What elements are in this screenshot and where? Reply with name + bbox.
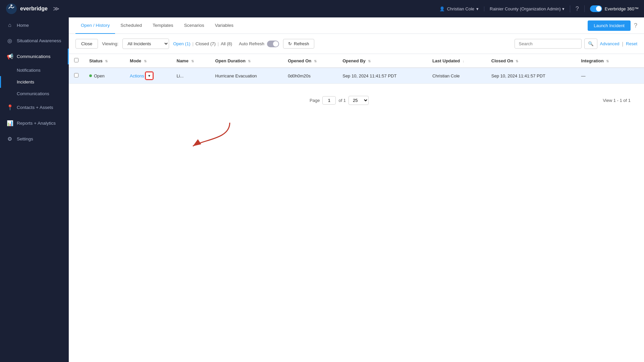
table-header-row: Status ⇅ Mode ⇅ Name ⇅ Open Duration ⇅: [69, 54, 644, 68]
refresh-icon: ↻: [288, 41, 292, 46]
status-badge: Open: [89, 73, 119, 78]
row-integration-cell: [629, 68, 644, 84]
tab-open-history[interactable]: Open / History: [75, 17, 115, 34]
tab-scenarios[interactable]: Scenarios: [179, 17, 210, 34]
sidebar-sub-notifications[interactable]: Notifications: [0, 64, 69, 76]
refresh-button[interactable]: ↻ Refresh: [283, 39, 314, 49]
help-button[interactable]: ?: [570, 5, 579, 12]
open-duration-sort-icon[interactable]: ⇅: [248, 59, 251, 63]
communications-sub-label: Communications: [17, 91, 49, 96]
logo-icon: [5, 3, 17, 15]
row-actions-cell: Actions ▾: [124, 68, 171, 84]
sidebar-item-settings[interactable]: ⚙ Settings: [0, 131, 69, 147]
everbridge-360-toggle[interactable]: [590, 5, 602, 12]
header-integration: Integration ⇅: [576, 54, 629, 68]
integration-sort-icon[interactable]: ⇅: [606, 59, 609, 63]
header-opened-on-label: Opened On: [288, 58, 311, 63]
auto-refresh-section: Auto Refresh: [239, 41, 279, 47]
search-input[interactable]: [515, 39, 582, 49]
header-opened-on: Opened On ⇅: [282, 54, 337, 68]
sidebar-collapse-button[interactable]: ≫: [53, 5, 59, 12]
sidebar-item-contacts-assets[interactable]: 📍 Contacts + Assets: [0, 100, 69, 115]
sidebar-sub-incidents[interactable]: Incidents: [0, 76, 69, 88]
main-content: Open / History Scheduled Templates Scena…: [69, 17, 644, 362]
dropdown-chevron-icon: ▾: [148, 73, 150, 78]
tab-variables[interactable]: Variables: [210, 17, 239, 34]
reset-link[interactable]: Reset: [626, 41, 637, 46]
tabs-bar: Open / History Scheduled Templates Scena…: [69, 17, 644, 34]
notifications-label: Notifications: [17, 68, 41, 73]
opened-by-sort-icon[interactable]: ⇅: [368, 59, 371, 63]
row-last-updated-cell: Sep 10, 2024 11:41:57 PDT: [486, 68, 576, 84]
page-input[interactable]: [322, 96, 336, 105]
filter-sep-1: |: [192, 41, 193, 46]
user-menu[interactable]: 👤 Christian Cole ▾: [439, 6, 479, 11]
table-row: Open Actions ▾: [69, 68, 644, 84]
divider: |: [622, 41, 623, 47]
logo-text: everbridge: [20, 6, 48, 12]
opened-on-sort-icon[interactable]: ⇅: [314, 59, 317, 63]
row-opened-on-cell: Sep 10, 2024 11:41:57 PDT: [337, 68, 427, 84]
incidents-table: Status ⇅ Mode ⇅ Name ⇅ Open Duration ⇅: [69, 54, 644, 84]
name-sort-icon[interactable]: ⇅: [191, 59, 194, 63]
sidebar-item-label: Home: [17, 23, 29, 28]
everbridge-360-section: Everbridge 360™: [584, 5, 639, 12]
actions-link[interactable]: Actions: [130, 73, 144, 78]
header-mode-label: Mode: [130, 58, 141, 63]
tab-scheduled-label: Scheduled: [120, 23, 142, 28]
row-checkbox[interactable]: [74, 73, 78, 77]
closed-on-sort-icon[interactable]: ⇅: [516, 59, 518, 63]
toolbar: Close Viewing: All Incidents Open Incide…: [69, 34, 644, 54]
advanced-link[interactable]: Advanced: [600, 41, 620, 46]
row-status-cell: Open: [84, 68, 124, 84]
launch-incident-button[interactable]: Launch Incident: [588, 20, 631, 31]
tab-help-button[interactable]: ?: [634, 22, 637, 29]
search-button[interactable]: 🔍: [584, 39, 597, 49]
row-opened-by-cell: Christian Cole: [427, 68, 486, 84]
pagination-bar: Page of 1 10 25 50 100 View 1 - 1 of 1: [69, 84, 644, 117]
auto-refresh-toggle[interactable]: [267, 41, 279, 47]
sidebar-item-label: Contacts + Assets: [17, 105, 53, 110]
close-button[interactable]: Close: [75, 39, 98, 49]
row-open-duration: 0d0h0m20s: [288, 73, 311, 78]
tab-scheduled[interactable]: Scheduled: [115, 17, 147, 34]
sidebar-item-situational-awareness[interactable]: ◎ Situational Awareness: [0, 33, 69, 49]
sidebar-item-home[interactable]: ⌂ Home: [0, 17, 69, 33]
tab-scenarios-label: Scenarios: [184, 23, 204, 28]
sidebar-sub-communications[interactable]: Communications: [0, 88, 69, 100]
header-status-label: Status: [89, 58, 103, 63]
user-icon: 👤: [439, 6, 445, 11]
arrow-annotation: [176, 119, 243, 160]
header-name-label: Name: [177, 58, 189, 63]
close-label: Close: [81, 41, 92, 46]
status-sort-icon[interactable]: ⇅: [105, 59, 108, 63]
row-checkbox-cell: [69, 68, 84, 84]
filter-open-link[interactable]: Open (1): [173, 41, 190, 46]
topnav: everbridge ≫ 👤 Christian Cole ▾ Rainier …: [0, 0, 644, 17]
page-size-select[interactable]: 10 25 50 100: [348, 96, 369, 105]
tab-templates[interactable]: Templates: [147, 17, 179, 34]
pagination: Page of 1 10 25 50 100: [75, 89, 603, 112]
view-count-label: View 1 - 1 of 1: [603, 98, 631, 103]
org-menu[interactable]: Rainier County (Organization Admin) ▾: [484, 6, 565, 11]
viewing-label: Viewing:: [102, 41, 118, 46]
everbridge-360-label: Everbridge 360™: [605, 6, 639, 11]
svg-point-1: [10, 4, 12, 6]
search-icon: 🔍: [588, 41, 594, 46]
actions-dropdown-button[interactable]: ▾: [146, 72, 153, 79]
sidebar-item-reports-analytics[interactable]: 📊 Reports + Analytics: [0, 115, 69, 131]
filter-sep-2: |: [218, 41, 219, 46]
header-opened-by-label: Opened By: [342, 58, 366, 63]
sidebar-item-communications[interactable]: 📢 Communications: [0, 49, 69, 64]
last-updated-sort-icon[interactable]: ↓: [463, 59, 464, 63]
header-open-duration-label: Open Duration: [215, 58, 246, 63]
row-closed-on: —: [581, 73, 586, 78]
org-name: Rainier County (Organization Admin): [490, 6, 561, 11]
select-all-checkbox[interactable]: [74, 58, 78, 62]
status-dot: [89, 74, 92, 77]
viewing-select[interactable]: All Incidents Open Incidents Closed Inci…: [122, 39, 169, 49]
page-label: Page: [310, 98, 320, 103]
header-last-updated: Last Updated ↓: [427, 54, 486, 68]
mode-sort-icon[interactable]: ⇅: [144, 59, 147, 63]
tab-open-history-label: Open / History: [81, 23, 110, 28]
